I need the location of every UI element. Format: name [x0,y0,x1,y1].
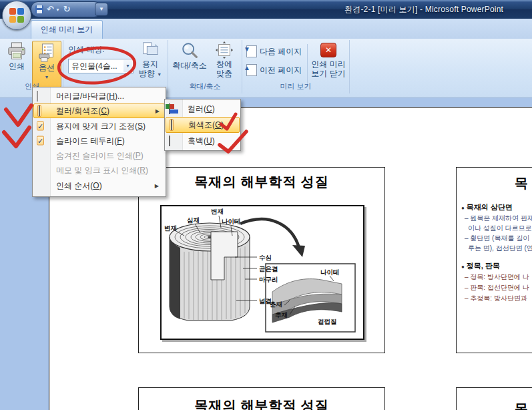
print-target-combobox[interactable]: 유인물(4슬... ▼ [68,59,134,73]
window-title: 환경-2-1 [미리 보기] - Microsoft PowerPoint [344,4,503,15]
options-menu: 머리글/바닥글(H)... 컬러/회색조(C) ▶ ✓ 용지에 맞게 크기 조정… [32,87,166,197]
previous-page-button[interactable]: ▲ 이전 페이지 [246,64,302,76]
fit-window-icon [215,41,234,59]
print-button[interactable]: 인쇄 [4,41,29,84]
save-icon[interactable] [35,5,43,13]
ribbon-group-print: 인쇄 옵션 ▼ 인쇄 [1,40,63,93]
close-print-preview-button[interactable]: ✕ 인쇄 미리 보기 닫기 [309,41,348,86]
options-button[interactable]: 옵션 ▼ [32,41,61,87]
slide-4-title: 목 [515,400,528,410]
zoom-button[interactable]: 확대/축소 [171,41,208,86]
wood-label: 나이테 [320,268,340,276]
slide-2[interactable]: 목 ●목재의 삼단면 – 원목은 제재하여 판재 이나 성질이 다르므로 – 횡… [456,167,532,353]
color-grayscale-submenu: 컬러(C) 회색조(G) 흑백(U) [164,99,241,151]
orientation-button[interactable]: 용지 방향 ▼ [136,41,165,86]
grayscale-icon [171,120,172,130]
submenu-arrow-icon: ▶ [156,108,160,114]
quick-access-toolbar: ↶ ▼ ↻ [31,1,101,17]
office-button[interactable] [2,1,31,30]
wood-label: 변재 [211,208,224,215]
previous-page-label: 이전 페이지 [260,65,302,76]
menu-item-scale-to-fit[interactable]: ✓ 용지에 맞게 크기 조정(S) [33,119,164,134]
slide-2-line: 이나 성질이 다르므로 [468,224,532,233]
ribbon-group-zoom-label: 확대/축소 [168,81,242,91]
slide-4[interactable]: 목 [456,387,532,410]
ribbon-group-page-setup: 인쇄 대상: 유인물(4슬... ▼ 용지 방향 ▼ [63,40,168,93]
options-caret-icon: ▼ [45,73,49,82]
slide-2-line: – 횡단면 (목재를 길이 [465,234,529,243]
header-footer-icon [37,91,38,101]
submenu-item-color[interactable]: 컬러(C) [166,101,238,117]
paper-orientation-icon [141,41,160,59]
slide-1[interactable]: 목재의 해부학적 성질 [138,167,385,353]
close-icon: ✕ [320,43,336,57]
slide-2-heading-2: ●정목, 판목 [461,261,500,271]
checked-checkbox-icon: ✓ [37,122,44,131]
checked-checkbox-icon: ✓ [37,136,44,146]
next-page-label: 다음 페이지 [260,46,302,57]
fit-to-window-button[interactable]: 창에 맞춤 [210,41,239,86]
fit-label-2: 맞춤 [216,69,232,78]
wood-label: 곧은결 [259,265,278,272]
slide-2-heading-1: ●목재의 삼단면 [461,202,513,212]
orientation-label-2: 방향 [139,69,155,78]
redo-icon[interactable]: ↻ [63,3,71,16]
color-icon [169,104,170,114]
submenu-item-black-white[interactable]: 흑백(U) [166,133,238,149]
undo-icon[interactable]: ↶ [47,3,54,16]
wood-label: 변재 [164,224,177,232]
ribbon-group-preview: ▼ 다음 페이지 ▲ 이전 페이지 ✕ 인쇄 미리 보기 닫기 미리 보기 [242,40,350,93]
wood-label: 심재 [186,216,200,224]
submenu-item-grayscale[interactable]: 회색조(G) [166,117,240,133]
print-button-label: 인쇄 [9,61,25,71]
slide-2-line: – 추정목: 방사단면과 [465,294,527,303]
ribbon-group-preview-label: 미리 보기 [242,81,349,91]
slide-3[interactable]: 목재의 해부학적 성질 [138,387,385,410]
wood-label: 나이테 [222,218,241,225]
fit-label-1: 창에 [216,59,232,69]
grayscale-icon [39,106,40,116]
menu-item-print-order[interactable]: 인쇄 순서(O) ▶ [33,178,164,193]
menu-item-print-hidden-slides: 숨겨진 슬라이드 인쇄(P) [33,148,164,163]
slide-2-line: 루는 면), 접선단면 (연 [468,244,532,253]
combo-dropdown-icon[interactable]: ▼ [123,60,132,72]
print-target-value: 유인물(4슬... [71,61,117,71]
slide-1-title: 목재의 해부학적 성질 [139,173,384,191]
wood-anatomy-image: 변재 심재 변재 나이테 수심 곧은결 마구리 널결 나이테 춘재 추재 겉껍질 [160,205,364,340]
orientation-caret-icon: ▼ [157,72,162,77]
orientation-label-1: 용지 [142,59,158,69]
next-page-icon: ▼ [246,45,257,57]
menu-item-header-footer[interactable]: 머리글/바닥글(H)... [33,89,164,104]
slide-2-line: – 정목: 방사단면에 나 [465,272,529,282]
options-icon [37,43,57,63]
tab-print-preview[interactable]: 인쇄 미리 보기 [31,20,103,39]
wood-label: 겉껍질 [318,318,337,325]
qat-customize-button[interactable]: ▼ [95,3,108,16]
office-logo-icon [9,8,24,23]
slide-2-title: 목 [515,174,528,192]
next-page-button[interactable]: ▼ 다음 페이지 [246,45,302,57]
menu-item-color-grayscale[interactable]: 컬러/회색조(C) ▶ [33,104,165,118]
close-label-1: 인쇄 미리 [311,59,345,69]
close-label-2: 보기 닫기 [311,69,345,78]
powerpoint-window: ↶ ▼ ↻ ▼ 환경-2-1 [미리 보기] - Microsoft Power… [0,0,532,410]
slide-2-line: – 원목은 제재하여 판재 [465,214,532,223]
options-button-label: 옵션 [39,63,55,72]
wood-label: 춘재 [270,300,282,308]
title-bar: ↶ ▼ ↻ ▼ 환경-2-1 [미리 보기] - Microsoft Power… [0,0,532,19]
submenu-arrow-icon: ▶ [155,183,159,189]
ribbon-group-zoom: 확대/축소 창에 맞춤 확대/축소 [168,40,242,93]
menu-item-print-comments-ink: 메모 및 잉크 표시 인쇄(R) [33,163,164,178]
wood-label: 수심 [259,254,272,261]
printer-icon [7,41,27,61]
print-target-label: 인쇄 대상: [68,44,105,55]
magnifier-icon [180,41,200,61]
undo-dropdown-icon[interactable]: ▼ [55,7,60,12]
black-white-icon [169,136,170,146]
menu-item-frame-slides[interactable]: ✓ 슬라이드 테두리(F) [33,134,164,148]
wood-label: 마구리 [259,276,278,283]
previous-page-icon: ▲ [246,64,257,76]
slide-2-line: – 판목: 접선단면에 나 [465,283,529,292]
zoom-button-label: 확대/축소 [172,61,206,70]
slide-3-title: 목재의 해부학적 성질 [139,397,384,410]
